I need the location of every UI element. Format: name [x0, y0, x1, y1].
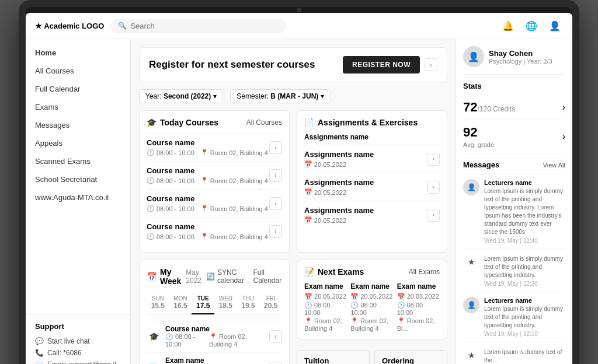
main-content: Register for next semester courses REGIS… [131, 39, 456, 364]
sidebar-item-full-calendar[interactable]: Full Calendar [26, 80, 130, 98]
week-day-sun[interactable]: SUN15.5 [147, 292, 169, 314]
view-all-messages[interactable]: View All [543, 162, 565, 169]
assignments-col-header: Assignments name [304, 133, 440, 141]
search-bar[interactable]: 🔍 [111, 19, 286, 33]
grade-stat[interactable]: 92 Avg. grade › [463, 120, 565, 153]
message-star: ★ [463, 347, 479, 363]
content-grid: 🎓 Today Courses All Courses Course name … [139, 110, 447, 253]
topbar-icons: 🔔 🌐 👤 [500, 18, 563, 34]
week-day-mon[interactable]: MON16.5 [169, 292, 192, 314]
assignment-chevron[interactable]: › [427, 181, 440, 194]
all-exams-link[interactable]: All Exams [409, 268, 440, 276]
quick-actions: Tuition payment E.g. Money card, Studant… [297, 350, 447, 364]
sidebar-support: Support 💬 Start live chat 📞 Call: *6086 … [26, 314, 130, 364]
year-dropdown-icon: ▾ [213, 92, 217, 100]
message-item[interactable]: 👤 Lecturers name Lorem Ipsum is simply d… [463, 174, 565, 249]
stats-title: Stats [463, 82, 565, 90]
year-filter[interactable]: Year: Second (2022) ▾ [139, 89, 223, 103]
assignments-header: 📄 Assignments & Exercises [304, 118, 440, 127]
full-calendar-link[interactable]: Full Calendar [253, 268, 282, 285]
assignment-row: Assignments name 📅 20.05.2022 › [304, 173, 440, 201]
week-day-fri[interactable]: FRI20.5 [259, 292, 282, 314]
assignment-row: Assignments name 📅 20.05.2022 › [304, 201, 440, 229]
week-day-thu[interactable]: THU19.5 [237, 292, 260, 314]
sidebar-item-aguda[interactable]: www.Aguda-MTA.co.il [26, 188, 130, 206]
message-content: Lecturers name Lorem Ipsum is simply dum… [484, 297, 565, 337]
sync-calendar-btn[interactable]: 🔄 SYNC calendar [206, 268, 248, 285]
sidebar-item-home[interactable]: Home [26, 44, 130, 62]
today-courses-card: 🎓 Today Courses All Courses Course name … [139, 110, 290, 253]
assignment-row: Assignments name 📅 20.05.2022 › [304, 145, 440, 173]
today-courses-header: 🎓 Today Courses All Courses [147, 118, 282, 127]
register-banner: Register for next semester courses REGIS… [139, 47, 447, 82]
next-exams-header: 📝 Next Exams All Exams [304, 267, 440, 276]
course-chevron[interactable]: › [269, 225, 282, 238]
sidebar-item-all-courses[interactable]: All Courses [26, 62, 130, 80]
week-events: 🎓 Course name 🕐 08:00 - 10:00 📍 Room 02,… [147, 321, 282, 364]
banner-chevron[interactable]: › [425, 58, 437, 71]
course-row: Course name 🕐 08:00 - 10:00 📍 Room 02, B… [147, 133, 282, 161]
topbar: ★ Academic LOGO 🔍 🔔 🌐 👤 [26, 13, 572, 39]
sidebar-item-messages[interactable]: Messages [26, 116, 130, 134]
messages-title: Messages [463, 160, 499, 169]
user-name: Shay Cohen [489, 49, 552, 58]
message-item[interactable]: ★ Lorem ipsum is dummy text of the... We… [463, 342, 565, 364]
event-chevron[interactable]: › [269, 362, 282, 365]
notifications-icon[interactable]: 🔔 [500, 18, 516, 34]
message-content: Lecturers name Lorem Ipsum is simply dum… [484, 179, 565, 244]
sidebar-item-school-secretariat[interactable]: School Secretariat [26, 170, 130, 188]
week-header: 📅 My Week May 2022 🔄 SYNC calendar [147, 267, 282, 286]
support-call[interactable]: 📞 Call: *6086 [35, 347, 121, 359]
week-month: May 2022 [186, 268, 206, 285]
assignments-card: 📄 Assignments & Exercises Assignments na… [297, 110, 447, 253]
search-input[interactable] [130, 22, 279, 30]
semester-filters: Year: Second (2022) ▾ Semester: B (MAR -… [139, 89, 447, 103]
sidebar-item-exams[interactable]: Exams [26, 98, 130, 116]
register-now-button[interactable]: REGISTER NOW [343, 56, 420, 74]
credits-stat[interactable]: 72/120 Credits › [463, 95, 565, 120]
sidebar: Home All Courses Full Calendar Exams Mes… [26, 39, 131, 364]
week-day-wed[interactable]: WED18.5 [214, 292, 237, 314]
message-star: ★ [463, 254, 479, 270]
exam-col: Exam name 📅 20.05.2022 🕐 08:00 - 10:00 📍… [304, 282, 347, 332]
tuition-payment-card[interactable]: Tuition payment E.g. Money card, Studant… [297, 350, 370, 364]
course-chevron[interactable]: › [269, 141, 282, 154]
sidebar-nav: Home All Courses Full Calendar Exams Mes… [26, 39, 130, 314]
assignment-chevron[interactable]: › [427, 153, 440, 166]
message-avatar: 👤 [463, 179, 479, 195]
location-icon: 📍 [200, 205, 208, 212]
chat-icon: 💬 [35, 337, 44, 345]
my-week-card: 📅 My Week May 2022 🔄 SYNC calendar [139, 260, 290, 364]
exam-columns: Exam name 📅 20.05.2022 🕐 08:00 - 10:00 📍… [304, 282, 440, 332]
support-email[interactable]: ✉️ Email: support@mta.il [35, 359, 121, 364]
sidebar-item-scanned-exams[interactable]: Scanned Exams [26, 152, 130, 170]
all-courses-link[interactable]: All Courses [246, 118, 282, 127]
ordering-documents-card[interactable]: Ordering documents E.g. Money card, Stud… [374, 350, 447, 364]
account-icon[interactable]: 👤 [547, 18, 563, 34]
grade-chevron: › [562, 131, 565, 142]
language-icon[interactable]: 🌐 [523, 18, 540, 34]
location-icon: 📍 [200, 233, 208, 240]
course-chevron[interactable]: › [269, 169, 282, 182]
event-chevron[interactable]: › [269, 330, 282, 343]
message-item[interactable]: 👤 Lecturers name Lorem Ipsum is simply d… [463, 292, 565, 342]
week-icon: 📅 [147, 272, 157, 281]
phone-icon: 📞 [35, 349, 44, 357]
email-icon: ✉️ [35, 360, 44, 364]
stats-section: Stats 72/120 Credits › 92 Avg. grade [463, 82, 565, 153]
course-chevron[interactable]: › [269, 197, 282, 210]
course-row: Course name 🕐 08:00 - 10:00 📍 Room 02, B… [147, 161, 282, 189]
assignment-chevron[interactable]: › [427, 209, 440, 222]
semester-filter[interactable]: Semester: B (MAR - JUN) ▾ [230, 89, 331, 103]
main-wrapper: Register for next semester courses REGIS… [131, 39, 572, 364]
exams-icon: 📝 [304, 267, 314, 276]
message-item[interactable]: ★ Lorem Ipsum is simply dummy text of th… [463, 249, 565, 292]
support-live-chat[interactable]: 💬 Start live chat [35, 335, 121, 347]
sync-icon: 🔄 [206, 272, 215, 281]
assignments-title: 📄 Assignments & Exercises [304, 118, 418, 127]
today-courses-title: 🎓 Today Courses [147, 118, 218, 127]
sidebar-item-appeals[interactable]: Appeals [26, 134, 130, 152]
week-day-tue[interactable]: TUE17.5 [192, 292, 214, 314]
week-title: 📅 My Week [147, 267, 181, 286]
banner-title: Register for next semester courses [149, 59, 315, 71]
